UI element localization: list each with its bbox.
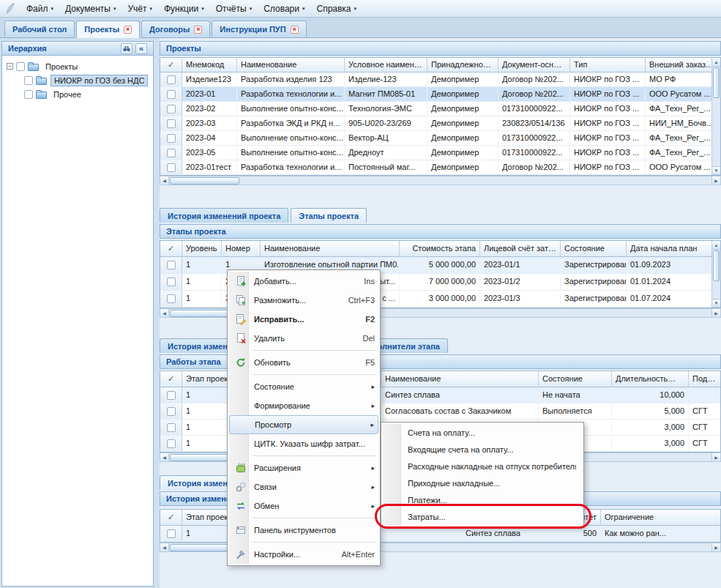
scroll-right-icon[interactable]: ▶ bbox=[711, 176, 720, 185]
column-header[interactable]: Условное наименование bbox=[345, 58, 427, 72]
section-tab[interactable]: Этапы проекта bbox=[291, 208, 367, 223]
context-menu-item[interactable]: Размножить...Ctrl+F3 bbox=[229, 291, 378, 310]
submenu-item[interactable]: Счета на оплату... bbox=[383, 424, 582, 441]
menubar-item[interactable]: Отчёты▾ bbox=[210, 1, 258, 16]
row-checkbox[interactable] bbox=[167, 529, 176, 538]
scrollbar-thumb[interactable] bbox=[713, 67, 720, 98]
scrollbar-thumb[interactable] bbox=[170, 310, 232, 317]
menubar-item[interactable]: Файл▾ bbox=[20, 1, 59, 16]
context-menu-item[interactable]: Связи▸ bbox=[229, 477, 378, 496]
scroll-down-icon[interactable]: ▼ bbox=[712, 166, 720, 175]
column-header[interactable]: Номер bbox=[222, 241, 261, 257]
menubar-item[interactable]: Функции▾ bbox=[158, 1, 210, 16]
column-header[interactable]: Уровень bbox=[182, 241, 222, 257]
menubar-item[interactable]: Документы▾ bbox=[59, 1, 122, 16]
table-row[interactable]: Изделие123Разработка изделия 123Изделие-… bbox=[160, 72, 720, 87]
column-header[interactable]: Длительность план bbox=[612, 371, 689, 387]
context-menu-item[interactable]: Обмен▸ bbox=[229, 496, 378, 516]
scroll-up-icon[interactable]: ▲ bbox=[712, 58, 720, 67]
context-menu-item[interactable]: Просмотр▸ bbox=[229, 415, 378, 434]
context-menu-item[interactable]: Расширения▸ bbox=[229, 458, 378, 477]
column-header[interactable]: Лицевой счёт затрат bbox=[480, 241, 561, 257]
column-header[interactable]: Наименование bbox=[381, 371, 539, 387]
tree-checkbox[interactable] bbox=[24, 90, 33, 99]
scrollbar-thumb[interactable] bbox=[170, 454, 232, 461]
context-menu-item[interactable]: Панель инструментов bbox=[229, 521, 378, 540]
tree-expander-icon[interactable]: − bbox=[7, 63, 13, 70]
row-checkbox[interactable] bbox=[167, 407, 176, 416]
context-menu-item[interactable]: УдалитьDel bbox=[229, 329, 378, 348]
column-header[interactable]: Ограничение bbox=[601, 510, 721, 526]
scroll-right-icon[interactable]: ▶ bbox=[711, 543, 720, 551]
row-checkbox[interactable] bbox=[167, 261, 176, 269]
submenu-item[interactable]: Приходные накладные... bbox=[383, 475, 582, 491]
tree-item[interactable]: −Проекты bbox=[2, 59, 153, 73]
workspace-tab[interactable]: Рабочий стол bbox=[4, 21, 75, 38]
column-header[interactable]: Тип bbox=[570, 58, 646, 72]
row-checkbox[interactable] bbox=[167, 439, 176, 448]
column-header[interactable]: Подразделение bbox=[689, 371, 721, 387]
submenu-item[interactable]: Расходные накладные на отпуск потребител… bbox=[383, 458, 582, 475]
row-checkbox[interactable] bbox=[167, 119, 176, 128]
close-tab-icon[interactable]: × bbox=[194, 26, 202, 34]
splitter[interactable] bbox=[154, 38, 160, 588]
tree-item[interactable]: Прочее bbox=[2, 87, 153, 101]
column-header[interactable]: Документ-основание bbox=[498, 58, 570, 72]
scroll-left-icon[interactable]: ◀ bbox=[160, 453, 169, 461]
row-checkbox[interactable] bbox=[167, 75, 176, 84]
column-header[interactable]: Наименование bbox=[261, 241, 400, 257]
scroll-left-icon[interactable]: ◀ bbox=[160, 309, 169, 317]
column-header[interactable]: Состояние bbox=[539, 371, 612, 387]
close-tab-icon[interactable]: × bbox=[124, 26, 132, 34]
column-header[interactable]: Принадлежность bbox=[427, 58, 498, 72]
context-menu-item[interactable]: Формирование▸ bbox=[229, 396, 378, 415]
row-checkbox[interactable] bbox=[167, 134, 176, 143]
table-row[interactable]: 2023-02Выполнение опытно-конс...Технолог… bbox=[160, 102, 720, 116]
scroll-right-icon[interactable]: ▶ bbox=[711, 309, 720, 317]
scrollbar-thumb[interactable] bbox=[170, 544, 232, 551]
row-checkbox[interactable] bbox=[167, 294, 176, 303]
scroll-left-icon[interactable]: ◀ bbox=[160, 543, 169, 551]
context-menu-item[interactable]: Добавить...Ins bbox=[229, 272, 378, 291]
context-menu-item[interactable]: Настройки...Alt+Enter bbox=[229, 545, 378, 564]
workspace-tab[interactable]: Проекты× bbox=[76, 21, 140, 38]
submenu-item[interactable]: Затраты... bbox=[383, 508, 582, 525]
row-checkbox[interactable] bbox=[167, 391, 176, 400]
row-checkbox[interactable] bbox=[167, 149, 176, 157]
section-tab[interactable]: История изменений проекта bbox=[160, 208, 288, 223]
scrollbar-thumb[interactable] bbox=[170, 177, 239, 185]
menubar-item[interactable]: Справка▾ bbox=[310, 1, 362, 16]
scroll-up-icon[interactable]: ▲ bbox=[712, 241, 720, 250]
menubar-item[interactable]: Словари▾ bbox=[258, 1, 310, 16]
column-header[interactable]: Дата начала план bbox=[627, 241, 721, 257]
table-row[interactable]: 2023-01Разработка технологии и...Магнит … bbox=[160, 87, 720, 102]
collapse-sidebar-button[interactable]: « bbox=[135, 43, 147, 54]
row-checkbox[interactable] bbox=[167, 423, 176, 432]
vertical-scrollbar[interactable]: ▲▼ bbox=[711, 241, 720, 308]
column-header[interactable]: Внешний заказчик bbox=[646, 58, 721, 72]
search-icon[interactable] bbox=[121, 43, 132, 54]
table-row[interactable]: 2023-05Выполнение опытно-конс...Дредноут… bbox=[160, 146, 720, 160]
scroll-down-icon[interactable]: ▼ bbox=[712, 299, 720, 308]
table-row[interactable]: 2023-04Выполнение опытно-конс...Вектор-А… bbox=[160, 131, 720, 146]
horizontal-scrollbar[interactable]: ◀▶ bbox=[160, 176, 721, 185]
column-header[interactable]: Наименование bbox=[237, 58, 345, 72]
vertical-scrollbar[interactable]: ▲▼ bbox=[711, 58, 720, 175]
tree-checkbox[interactable] bbox=[24, 76, 33, 85]
row-checkbox[interactable] bbox=[167, 163, 176, 172]
context-menu-item[interactable]: Исправить...F2 bbox=[229, 310, 378, 329]
row-checkbox[interactable] bbox=[167, 278, 176, 286]
close-tab-icon[interactable]: × bbox=[291, 26, 299, 34]
context-menu-item[interactable]: ОбновитьF5 bbox=[229, 353, 378, 372]
row-checkbox[interactable] bbox=[167, 90, 176, 99]
column-header[interactable]: Мнемокод bbox=[182, 58, 237, 72]
context-menu-item[interactable]: ЦИТК. Указать шифр затрат... bbox=[229, 434, 378, 453]
menubar-item[interactable]: Учёт▾ bbox=[122, 1, 158, 16]
workspace-tab[interactable]: Инструкции ПУП× bbox=[212, 21, 306, 38]
table-row[interactable]: 2023-03Разработка ЭКД и РКД н...905-U020… bbox=[160, 116, 720, 131]
tree-checkbox[interactable] bbox=[16, 62, 25, 71]
row-checkbox[interactable] bbox=[167, 105, 176, 113]
workspace-tab[interactable]: Договоры× bbox=[141, 21, 210, 38]
scroll-right-icon[interactable]: ▶ bbox=[711, 453, 720, 461]
column-header[interactable]: Состояние bbox=[561, 241, 627, 257]
